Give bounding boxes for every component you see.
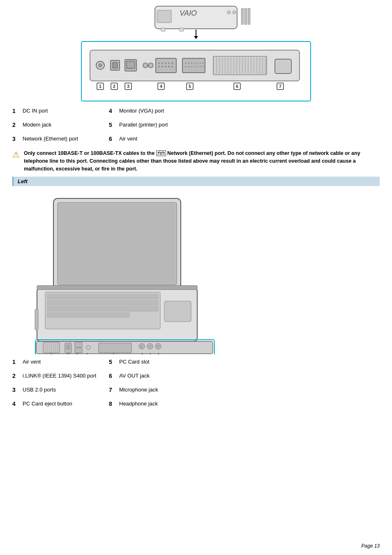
- svg-point-31: [158, 66, 160, 67]
- left-port-num-3: 3: [12, 387, 21, 393]
- svg-point-28: [165, 62, 166, 64]
- svg-rect-92: [47, 306, 158, 311]
- left-port-name-2: i.LINK® (IEEE 1394) S400 port: [23, 373, 97, 379]
- port-row-2: 2 Modem jack 5 Parallel (printer) port: [12, 122, 380, 128]
- svg-text:4: 4: [160, 84, 163, 89]
- port-num-3: 3: [12, 136, 21, 142]
- svg-text:5: 5: [189, 84, 191, 89]
- port-row-3: 3 Network (Ethernet) port 6 Air vent: [12, 136, 380, 142]
- svg-rect-109: [75, 348, 82, 353]
- port-name-1: DC IN port: [23, 108, 97, 114]
- svg-text:7: 7: [279, 84, 281, 89]
- svg-rect-70: [275, 59, 291, 74]
- svg-point-14: [99, 64, 102, 67]
- left-port-name2-7: Microphone jack: [119, 387, 158, 393]
- rear-panel-svg: 1 2 3 4 5 6 7: [86, 46, 304, 95]
- top-diagram: VAIO: [12, 4, 380, 101]
- port-num2-6: 6: [109, 136, 117, 142]
- svg-rect-16: [113, 62, 118, 68]
- svg-rect-90: [47, 294, 158, 299]
- svg-rect-95: [37, 286, 197, 290]
- svg-point-117: [157, 345, 159, 348]
- port-num-2: 2: [12, 122, 21, 128]
- port-name-2: Modem jack: [23, 122, 97, 128]
- svg-rect-8: [161, 28, 165, 31]
- warning-icon: ⚠: [12, 150, 20, 159]
- svg-point-32: [161, 66, 163, 67]
- rear-port-labels: 1 DC IN port 4 Monitor (VGA) port 2 Mode…: [12, 108, 380, 142]
- svg-point-115: [149, 345, 151, 348]
- port-name2-6: Air vent: [119, 136, 137, 142]
- svg-point-113: [141, 345, 143, 348]
- left-port-num2-6: 6: [109, 373, 117, 379]
- svg-text:2: 2: [113, 84, 115, 89]
- svg-text:1: 1: [99, 84, 101, 89]
- left-port-num-4: 4: [12, 401, 21, 407]
- left-port-num-2: 2: [12, 373, 21, 379]
- svg-rect-94: [164, 301, 191, 322]
- left-port-name2-6: AV OUT jack: [119, 373, 150, 379]
- svg-text:3: 3: [127, 84, 129, 89]
- left-port-name-3: USB 2.0 ports: [23, 387, 97, 393]
- left-port-row-3: 3 USB 2.0 ports 7 Microphone jack: [12, 387, 380, 393]
- svg-point-35: [171, 66, 173, 67]
- left-port-name-1: Air vent: [23, 359, 97, 365]
- svg-point-29: [168, 62, 170, 64]
- svg-point-48: [197, 66, 198, 67]
- left-port-num2-7: 7: [109, 387, 117, 393]
- left-section-header: Left: [12, 177, 380, 186]
- svg-rect-107: [67, 345, 70, 350]
- svg-rect-9: [180, 28, 184, 31]
- svg-point-30: [171, 62, 173, 64]
- left-port-row-1: 1 Air vent 5 PC Card slot: [12, 359, 380, 365]
- svg-point-47: [194, 66, 195, 67]
- port-num2-5: 5: [109, 122, 117, 128]
- rear-panel-box: 1 2 3 4 5 6 7: [81, 41, 311, 101]
- left-port-row-2: 2 i.LINK® (IEEE 1394) S400 port 6 AV OUT…: [12, 373, 380, 379]
- svg-point-41: [197, 63, 198, 64]
- svg-point-37: [185, 63, 187, 64]
- svg-rect-96: [35, 309, 38, 330]
- svg-marker-11: [194, 36, 198, 39]
- svg-point-49: [200, 66, 201, 67]
- svg-point-24: [148, 63, 153, 68]
- svg-text:6: 6: [236, 84, 238, 89]
- top-laptop-svg: VAIO: [130, 4, 262, 41]
- svg-point-3: [233, 11, 236, 14]
- port-row-1: 1 DC IN port 4 Monitor (VGA) port: [12, 108, 380, 114]
- svg-point-45: [188, 66, 189, 67]
- left-section-label: Left: [18, 178, 28, 184]
- svg-rect-7: [157, 10, 171, 23]
- svg-rect-111: [99, 343, 131, 353]
- svg-point-23: [143, 63, 148, 68]
- svg-rect-4: [241, 8, 244, 25]
- svg-point-34: [168, 66, 170, 67]
- svg-text:VAIO: VAIO: [180, 9, 197, 17]
- svg-rect-108: [75, 342, 82, 347]
- left-laptop-svg: 1 2 3 4 5 6 7 8: [12, 190, 284, 355]
- left-port-num-1: 1: [12, 359, 21, 365]
- svg-point-26: [158, 62, 160, 64]
- port-name2-4: Monitor (VGA) port: [119, 108, 164, 114]
- svg-rect-25: [156, 58, 176, 73]
- left-diagram: 1 2 3 4 5 6 7 8: [12, 190, 380, 355]
- left-port-num2-8: 8: [109, 401, 117, 407]
- svg-point-40: [194, 63, 195, 64]
- left-port-name2-8: Headphone jack: [119, 401, 158, 407]
- svg-point-50: [203, 66, 204, 67]
- svg-point-44: [185, 66, 187, 67]
- svg-point-2: [227, 11, 231, 14]
- port-name-3: Network (Ethernet) port: [23, 136, 97, 142]
- svg-rect-5: [244, 8, 247, 25]
- svg-rect-36: [182, 58, 205, 73]
- svg-point-38: [188, 63, 189, 64]
- left-port-num2-5: 5: [109, 359, 117, 365]
- svg-point-110: [86, 345, 90, 350]
- page-number: Page 13: [361, 543, 380, 549]
- page-container: VAIO: [0, 0, 392, 427]
- port-name2-5: Parallel (printer) port: [119, 122, 168, 128]
- svg-point-39: [191, 63, 192, 64]
- warning-box: ⚠ Only connect 10BASE-T or 100BASE-TX ca…: [12, 150, 380, 173]
- svg-rect-6: [248, 8, 250, 25]
- svg-point-46: [191, 66, 192, 67]
